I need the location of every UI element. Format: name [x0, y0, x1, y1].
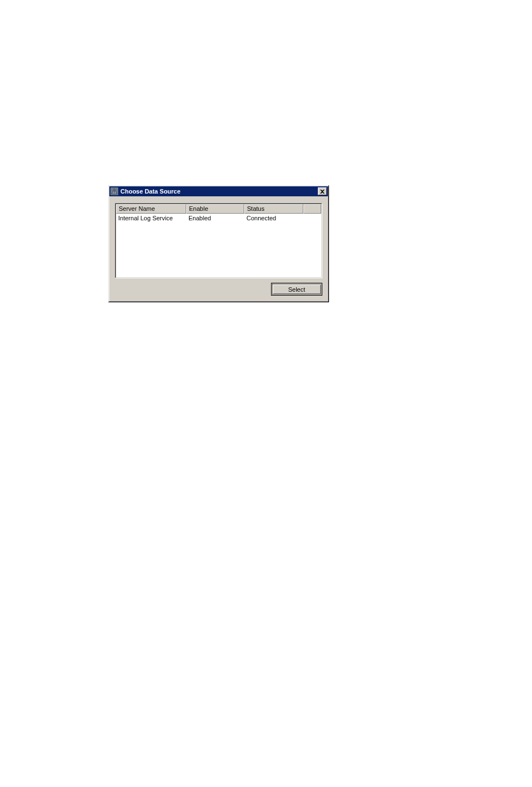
titlebar[interactable]: Choose Data Source — [109, 186, 328, 196]
column-header-server-name[interactable]: Server Name — [116, 204, 186, 214]
cell-server-name: Internal Log Service — [116, 215, 186, 221]
choose-data-source-dialog: Choose Data Source Server Name Enable St… — [108, 185, 329, 302]
cell-enable: Enabled — [186, 215, 244, 221]
dialog-title: Choose Data Source — [120, 188, 318, 195]
cell-status: Connected — [244, 215, 303, 221]
close-button[interactable] — [318, 187, 327, 195]
listview-rows: Internal Log Service Enabled Connected — [116, 214, 321, 277]
table-row[interactable]: Internal Log Service Enabled Connected — [116, 214, 321, 223]
svg-rect-2 — [114, 192, 114, 193]
dialog-body: Server Name Enable Status Internal Log S… — [109, 196, 328, 301]
close-icon — [320, 190, 325, 194]
button-row: Select — [115, 283, 322, 296]
listview-header: Server Name Enable Status — [116, 204, 321, 214]
select-button-label: Select — [272, 284, 321, 294]
column-header-status[interactable]: Status — [244, 204, 303, 214]
svg-rect-1 — [114, 190, 114, 192]
select-button[interactable]: Select — [271, 283, 322, 296]
column-header-enable[interactable]: Enable — [186, 204, 244, 214]
column-header-blank[interactable] — [303, 204, 321, 214]
app-icon — [110, 187, 118, 195]
dialog-frame: Choose Data Source Server Name Enable St… — [109, 186, 328, 302]
data-source-listview[interactable]: Server Name Enable Status Internal Log S… — [115, 203, 322, 278]
